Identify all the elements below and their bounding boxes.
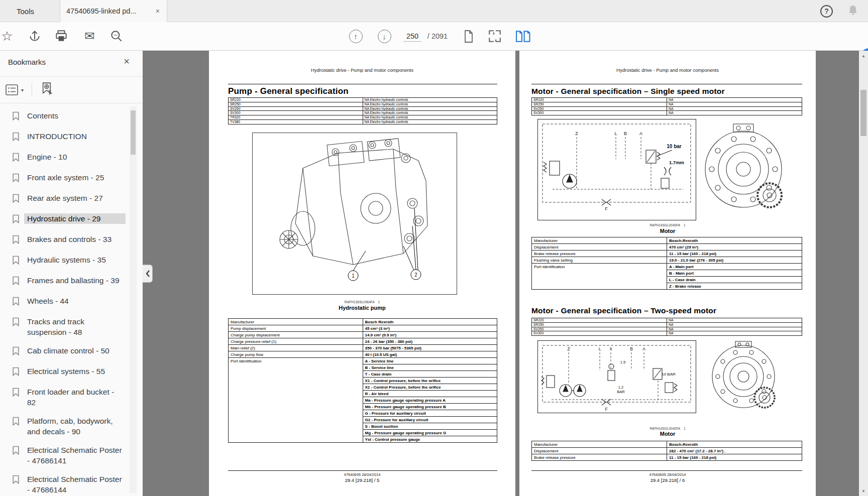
- port-label-a: A: [642, 346, 645, 351]
- bookmark-item-label: Brakes and controls - 33: [24, 234, 126, 244]
- bookmark-icon: [12, 193, 20, 205]
- callout-1: 1: [352, 273, 355, 279]
- bookmark-icon: [12, 445, 20, 457]
- table-row: ManufacturerBosch-Rexroth: [532, 441, 802, 448]
- bookmark-item[interactable]: INTRODUCTION: [0, 127, 130, 148]
- page-title-single-speed: Motor - General specification – Single s…: [531, 87, 725, 96]
- search-icon: [110, 29, 124, 43]
- bookmark-item[interactable]: Electrical Schematic Poster - 47686144: [0, 470, 130, 496]
- footer-docnum: 47540695 28/04/2014: [519, 472, 816, 477]
- multi-page-icon: [488, 29, 502, 43]
- add-bookmark-button[interactable]: [40, 82, 54, 98]
- bookmark-item[interactable]: Cab climate control - 50: [0, 341, 130, 362]
- email-button[interactable]: ✉: [82, 22, 97, 50]
- bookmark-item[interactable]: Brakes and controls - 33: [0, 230, 130, 251]
- bookmark-item[interactable]: Hydraulic systems - 35: [0, 251, 130, 271]
- divider: [32, 83, 32, 97]
- port-label-z: Z: [575, 131, 578, 136]
- bookmark-item[interactable]: Front axle system - 25: [0, 168, 130, 189]
- port-label-b: B: [624, 131, 627, 136]
- scroll-down-icon[interactable]: ▼: [859, 487, 868, 495]
- bookmark-item-label: Front loader and bucket - 82: [24, 387, 126, 408]
- figure-caption: Motor: [519, 228, 816, 234]
- table-row: TR320NA Electro hydraulic controls: [229, 115, 497, 120]
- star-icon: ☆: [1, 30, 13, 43]
- bookmark-item[interactable]: Frames and ballasting - 39: [0, 271, 130, 292]
- pump-figure: 1 2: [252, 133, 457, 295]
- print-icon: [54, 29, 68, 43]
- favorite-button[interactable]: ☆: [1, 22, 13, 50]
- bookmark-item[interactable]: Contents: [0, 106, 130, 127]
- table-row: SV300NA: [532, 111, 802, 115]
- pressure-label-10bar: 10 BAR: [662, 372, 676, 377]
- bookmark-icon: [12, 474, 20, 486]
- sidebar-scrollbar-thumb[interactable]: [131, 110, 136, 155]
- chevron-left-icon: [145, 269, 151, 279]
- table-row: Charge pump flow40 l (10.5 US gal): [229, 351, 497, 358]
- single-page-view-button[interactable]: [462, 22, 476, 50]
- document-scrollbar[interactable]: ▲ ▼: [859, 51, 868, 496]
- orifice-label: 1.7mm: [669, 160, 684, 165]
- table-row: Displacement470 cm³ (29 in³): [532, 244, 802, 251]
- pdf-toolbar: ☆ ✉ ↑ ↓ / 2091: [0, 22, 868, 51]
- two-speed-spec-table: ManufacturerBosch-RexrothDisplacement282…: [531, 441, 802, 461]
- table-row: SR250NA Electro hydraulic controls: [229, 102, 497, 106]
- bookmark-item-label: Wheels - 44: [24, 296, 126, 306]
- port-label-l: L: [599, 346, 601, 351]
- bookmark-item[interactable]: Platform, cab, bodywork, and decals - 90: [0, 412, 130, 441]
- scroll-up-icon[interactable]: ▲: [859, 52, 868, 60]
- add-bookmark-icon: [40, 82, 54, 96]
- footer-section: 29.4 [29.218] / 5: [209, 477, 515, 483]
- bookmark-icon: [12, 316, 20, 329]
- next-page-button[interactable]: ↓: [377, 22, 391, 50]
- page-number-input[interactable]: [403, 31, 421, 42]
- bookmark-item[interactable]: Rear axle system - 27: [0, 189, 130, 209]
- share-icon: [28, 29, 42, 43]
- multi-page-view-button[interactable]: [487, 22, 503, 50]
- collapse-sidebar-button[interactable]: [143, 265, 153, 283]
- two-page-view-button[interactable]: [514, 22, 531, 50]
- pressure-label: 10 bar: [667, 144, 682, 149]
- table-row: SR250NA: [532, 322, 802, 327]
- bookmark-options-button[interactable]: ▾: [5, 84, 24, 96]
- tab-tools[interactable]: Tools: [0, 0, 60, 22]
- port-label-f: F: [605, 206, 608, 211]
- figure-reference: RAPH14SGL0042FA 1: [519, 427, 816, 430]
- bookmark-item[interactable]: Electrical Schematic Poster - 47686141: [0, 441, 130, 470]
- tab-document[interactable]: 47540695-linked pd... ×: [60, 0, 167, 22]
- bookmark-item[interactable]: Hydrostatic drive - 29: [0, 209, 130, 230]
- bookmark-item-label: Electrical Schematic Poster - 47686141: [24, 445, 126, 466]
- bookmark-icon: [12, 213, 20, 226]
- bookmark-icon: [12, 387, 20, 399]
- search-button[interactable]: [109, 22, 124, 50]
- bookmark-item[interactable]: Electrical systems - 55: [0, 362, 130, 383]
- bookmark-list: Contents INTRODUCTION Engine - 10 Front …: [0, 106, 130, 496]
- table-row: Brake release pressure11 - 15 bar (160 -…: [532, 454, 802, 461]
- mail-icon: ✉: [84, 30, 94, 42]
- table-row: TV380NA Electro hydraulic controls: [229, 119, 497, 124]
- table-row: Charge pressure relief (1)24 - 26 bar (3…: [229, 338, 497, 345]
- share-button[interactable]: [27, 22, 42, 50]
- bookmark-item[interactable]: Engine - 10: [0, 148, 130, 168]
- bookmark-item[interactable]: Front loader and bucket - 82: [0, 383, 130, 412]
- bookmark-item[interactable]: Tracks and track suspension - 48: [0, 312, 130, 341]
- previous-page-button[interactable]: ↑: [349, 22, 363, 50]
- figure-reference: RAPH13SSL0964FA 1: [209, 300, 515, 304]
- bookmark-item-label: Frames and ballasting - 39: [24, 275, 126, 286]
- footer-docnum: 47540695 28/04/2014: [209, 472, 515, 477]
- sidebar-scrollbar[interactable]: [130, 106, 137, 493]
- table-row: SV300NA Electro hydraulic controls: [229, 111, 497, 115]
- pressure-label-12: 1.2: [618, 385, 623, 390]
- print-button[interactable]: [54, 22, 69, 50]
- close-icon[interactable]: ×: [124, 56, 130, 66]
- bookmark-item-label: Hydraulic systems - 35: [24, 255, 126, 265]
- bookmark-item[interactable]: Wheels - 44: [0, 292, 130, 312]
- port-label-f: F: [605, 407, 607, 412]
- document-scrollbar-thumb[interactable]: [860, 90, 866, 136]
- bookmark-icon: [12, 152, 20, 164]
- bell-icon[interactable]: [847, 4, 859, 18]
- bookmark-icon: [12, 275, 20, 288]
- bookmark-item-label: Electrical Schematic Poster - 47686144: [24, 474, 126, 495]
- close-icon[interactable]: ×: [155, 7, 161, 15]
- help-icon[interactable]: ?: [820, 5, 833, 18]
